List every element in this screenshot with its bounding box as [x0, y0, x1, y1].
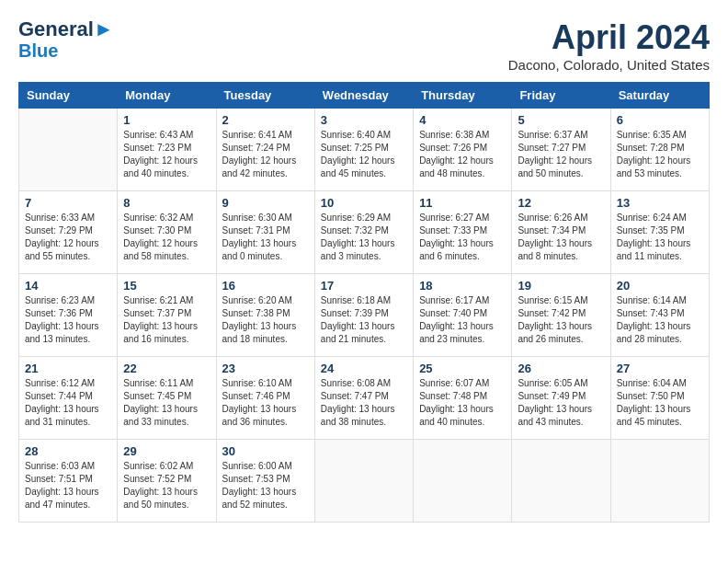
day-number: 2 [222, 113, 309, 127]
day-cell: 21Sunrise: 6:12 AMSunset: 7:44 PMDayligh… [19, 357, 118, 440]
weekday-header-monday: Monday [118, 83, 216, 109]
day-info: Sunrise: 6:35 AMSunset: 7:28 PMDaylight:… [617, 129, 703, 180]
day-cell: 14Sunrise: 6:23 AMSunset: 7:36 PMDayligh… [19, 274, 118, 357]
weekday-header-saturday: Saturday [610, 83, 709, 109]
title-area: April 2024 Dacono, Colorado, United Stat… [508, 18, 710, 73]
day-info: Sunrise: 6:15 AMSunset: 7:42 PMDaylight:… [518, 294, 604, 346]
day-number: 25 [419, 362, 506, 375]
day-cell: 13Sunrise: 6:24 AMSunset: 7:35 PMDayligh… [610, 191, 709, 274]
day-info: Sunrise: 6:23 AMSunset: 7:36 PMDaylight:… [25, 294, 111, 346]
day-number: 19 [518, 279, 604, 293]
day-cell: 25Sunrise: 6:07 AMSunset: 7:48 PMDayligh… [414, 357, 512, 440]
day-number: 5 [518, 113, 604, 127]
weekday-header-wednesday: Wednesday [314, 83, 413, 109]
day-cell: 17Sunrise: 6:18 AMSunset: 7:39 PMDayligh… [314, 274, 413, 357]
day-info: Sunrise: 6:32 AMSunset: 7:30 PMDaylight:… [123, 212, 210, 263]
day-cell: 19Sunrise: 6:15 AMSunset: 7:42 PMDayligh… [512, 274, 610, 357]
logo: General► Blue [18, 18, 114, 61]
day-cell: 2Sunrise: 6:41 AMSunset: 7:24 PMDaylight… [216, 109, 314, 191]
day-info: Sunrise: 6:18 AMSunset: 7:39 PMDaylight:… [321, 294, 407, 346]
day-info: Sunrise: 6:33 AMSunset: 7:29 PMDaylight:… [25, 212, 111, 263]
day-cell: 12Sunrise: 6:26 AMSunset: 7:34 PMDayligh… [512, 191, 610, 274]
day-number: 6 [617, 113, 703, 127]
day-number: 23 [222, 362, 309, 375]
day-info: Sunrise: 6:14 AMSunset: 7:43 PMDaylight:… [617, 294, 703, 346]
day-info: Sunrise: 6:03 AMSunset: 7:51 PMDaylight:… [25, 460, 111, 511]
day-number: 15 [123, 279, 210, 293]
day-info: Sunrise: 6:12 AMSunset: 7:44 PMDaylight:… [25, 377, 111, 429]
week-row-4: 21Sunrise: 6:12 AMSunset: 7:44 PMDayligh… [19, 357, 710, 440]
day-info: Sunrise: 6:08 AMSunset: 7:47 PMDaylight:… [321, 377, 407, 429]
day-cell [19, 109, 118, 191]
day-cell: 16Sunrise: 6:20 AMSunset: 7:38 PMDayligh… [216, 274, 314, 357]
week-row-5: 28Sunrise: 6:03 AMSunset: 7:51 PMDayligh… [19, 440, 710, 523]
day-cell: 26Sunrise: 6:05 AMSunset: 7:49 PMDayligh… [512, 357, 610, 440]
day-info: Sunrise: 6:05 AMSunset: 7:49 PMDaylight:… [518, 377, 604, 429]
day-number: 26 [518, 362, 604, 375]
day-cell: 28Sunrise: 6:03 AMSunset: 7:51 PMDayligh… [19, 440, 118, 523]
day-number: 1 [123, 113, 210, 127]
day-number: 9 [222, 196, 309, 210]
day-info: Sunrise: 6:40 AMSunset: 7:25 PMDaylight:… [321, 129, 407, 180]
day-number: 11 [419, 196, 506, 210]
month-title: April 2024 [508, 18, 710, 57]
day-cell: 29Sunrise: 6:02 AMSunset: 7:52 PMDayligh… [118, 440, 216, 523]
logo-blue: Blue [18, 40, 58, 61]
day-cell: 3Sunrise: 6:40 AMSunset: 7:25 PMDaylight… [314, 109, 413, 191]
day-info: Sunrise: 6:02 AMSunset: 7:52 PMDaylight:… [123, 460, 210, 511]
day-number: 27 [617, 362, 703, 375]
day-cell: 18Sunrise: 6:17 AMSunset: 7:40 PMDayligh… [414, 274, 512, 357]
day-info: Sunrise: 6:21 AMSunset: 7:37 PMDaylight:… [123, 294, 210, 346]
day-number: 29 [123, 444, 210, 458]
day-number: 8 [123, 196, 210, 210]
day-info: Sunrise: 6:04 AMSunset: 7:50 PMDaylight:… [617, 377, 703, 429]
day-cell [512, 440, 610, 523]
day-number: 18 [419, 279, 506, 293]
day-cell: 23Sunrise: 6:10 AMSunset: 7:46 PMDayligh… [216, 357, 314, 440]
day-cell: 15Sunrise: 6:21 AMSunset: 7:37 PMDayligh… [118, 274, 216, 357]
day-cell: 5Sunrise: 6:37 AMSunset: 7:27 PMDaylight… [512, 109, 610, 191]
day-info: Sunrise: 6:38 AMSunset: 7:26 PMDaylight:… [419, 129, 506, 180]
day-info: Sunrise: 6:17 AMSunset: 7:40 PMDaylight:… [419, 294, 506, 346]
day-cell: 10Sunrise: 6:29 AMSunset: 7:32 PMDayligh… [314, 191, 413, 274]
day-info: Sunrise: 6:30 AMSunset: 7:31 PMDaylight:… [222, 212, 309, 263]
day-cell: 24Sunrise: 6:08 AMSunset: 7:47 PMDayligh… [314, 357, 413, 440]
day-info: Sunrise: 6:27 AMSunset: 7:33 PMDaylight:… [419, 212, 506, 263]
weekday-header-sunday: Sunday [19, 83, 118, 109]
day-cell: 20Sunrise: 6:14 AMSunset: 7:43 PMDayligh… [610, 274, 709, 357]
location-subtitle: Dacono, Colorado, United States [508, 57, 710, 73]
page-header: General► Blue April 2024 Dacono, Colorad… [18, 18, 710, 73]
weekday-header-friday: Friday [512, 83, 610, 109]
day-number: 21 [25, 362, 111, 375]
calendar-table: SundayMondayTuesdayWednesdayThursdayFrid… [18, 82, 710, 523]
day-info: Sunrise: 6:11 AMSunset: 7:45 PMDaylight:… [123, 377, 210, 429]
day-info: Sunrise: 6:37 AMSunset: 7:27 PMDaylight:… [518, 129, 604, 180]
day-number: 20 [617, 279, 703, 293]
week-row-1: 1Sunrise: 6:43 AMSunset: 7:23 PMDaylight… [19, 109, 710, 191]
day-cell [414, 440, 512, 523]
day-cell: 7Sunrise: 6:33 AMSunset: 7:29 PMDaylight… [19, 191, 118, 274]
day-number: 28 [25, 444, 111, 458]
day-cell: 30Sunrise: 6:00 AMSunset: 7:53 PMDayligh… [216, 440, 314, 523]
day-info: Sunrise: 6:43 AMSunset: 7:23 PMDaylight:… [123, 129, 210, 180]
day-number: 7 [25, 196, 111, 210]
day-cell: 1Sunrise: 6:43 AMSunset: 7:23 PMDaylight… [118, 109, 216, 191]
weekday-header-tuesday: Tuesday [216, 83, 314, 109]
day-cell: 9Sunrise: 6:30 AMSunset: 7:31 PMDaylight… [216, 191, 314, 274]
day-cell: 27Sunrise: 6:04 AMSunset: 7:50 PMDayligh… [610, 357, 709, 440]
weekday-header-row: SundayMondayTuesdayWednesdayThursdayFrid… [19, 83, 710, 109]
day-info: Sunrise: 6:26 AMSunset: 7:34 PMDaylight:… [518, 212, 604, 263]
day-info: Sunrise: 6:10 AMSunset: 7:46 PMDaylight:… [222, 377, 309, 429]
day-number: 14 [25, 279, 111, 293]
day-number: 22 [123, 362, 210, 375]
day-number: 30 [222, 444, 309, 458]
day-cell [610, 440, 709, 523]
day-info: Sunrise: 6:24 AMSunset: 7:35 PMDaylight:… [617, 212, 703, 263]
day-cell: 6Sunrise: 6:35 AMSunset: 7:28 PMDaylight… [610, 109, 709, 191]
day-info: Sunrise: 6:41 AMSunset: 7:24 PMDaylight:… [222, 129, 309, 180]
day-info: Sunrise: 6:00 AMSunset: 7:53 PMDaylight:… [222, 460, 309, 511]
day-number: 16 [222, 279, 309, 293]
day-number: 3 [321, 113, 407, 127]
day-info: Sunrise: 6:29 AMSunset: 7:32 PMDaylight:… [321, 212, 407, 263]
day-cell: 22Sunrise: 6:11 AMSunset: 7:45 PMDayligh… [118, 357, 216, 440]
